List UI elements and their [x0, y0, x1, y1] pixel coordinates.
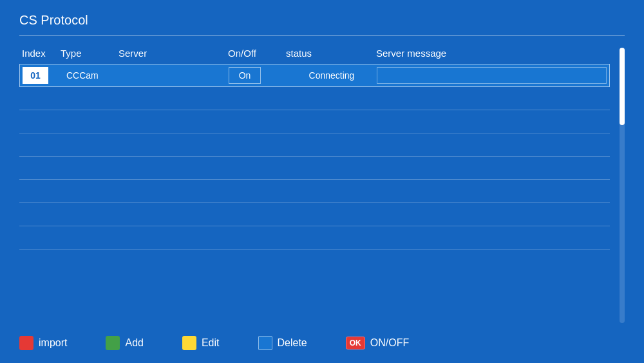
cell-server — [119, 74, 229, 77]
col-header-onoff: On/Off — [228, 48, 286, 59]
cell-type: CCCam — [61, 69, 119, 82]
table-row[interactable] — [19, 110, 610, 133]
content-area: Index Type Server On/Off status Server m… — [19, 48, 625, 323]
col-header-type: Type — [61, 48, 118, 59]
main-container: CS Protocol Index Type Server On/Off sta… — [0, 0, 644, 363]
scrollbar-thumb[interactable] — [620, 48, 625, 125]
import-icon — [19, 336, 33, 350]
edit-icon — [182, 336, 196, 350]
footer: import Add Edit Delete OK ON/OFF — [19, 323, 625, 350]
onoff-label: ON/OFF — [370, 337, 409, 349]
ok-badge: OK — [346, 337, 365, 349]
add-label: Add — [125, 337, 143, 349]
delete-label: Delete — [278, 337, 307, 349]
edit-label: Edit — [202, 337, 220, 349]
table-row[interactable] — [19, 133, 610, 157]
table-row[interactable] — [19, 226, 610, 250]
cell-status: Connecting — [287, 69, 377, 82]
title-bar: CS Protocol — [19, 13, 625, 36]
delete-button[interactable]: Delete — [258, 336, 307, 350]
table-row[interactable] — [19, 180, 610, 203]
col-header-servermsg: Server message — [376, 48, 607, 59]
table-row[interactable]: 01 CCCam On Connecting — [19, 64, 610, 87]
import-button[interactable]: import — [19, 336, 67, 350]
cell-server-message — [377, 67, 607, 84]
table-header: Index Type Server On/Off status Server m… — [19, 48, 610, 64]
cell-onoff: On — [229, 67, 261, 84]
delete-icon — [258, 336, 272, 350]
add-button[interactable]: Add — [106, 336, 143, 350]
page-title: CS Protocol — [19, 13, 88, 28]
table-row[interactable] — [19, 203, 610, 226]
table-row[interactable] — [19, 87, 610, 110]
edit-button[interactable]: Edit — [182, 336, 220, 350]
onoff-button[interactable]: OK ON/OFF — [346, 337, 409, 349]
col-header-server: Server — [118, 48, 228, 59]
cell-index: 01 — [23, 67, 48, 84]
col-header-status: status — [286, 48, 376, 59]
scrollbar[interactable] — [620, 48, 625, 323]
table-row[interactable] — [19, 157, 610, 180]
import-label: import — [39, 337, 67, 349]
col-header-index: Index — [22, 48, 61, 59]
table-area: Index Type Server On/Off status Server m… — [19, 48, 610, 323]
add-icon — [106, 336, 120, 350]
